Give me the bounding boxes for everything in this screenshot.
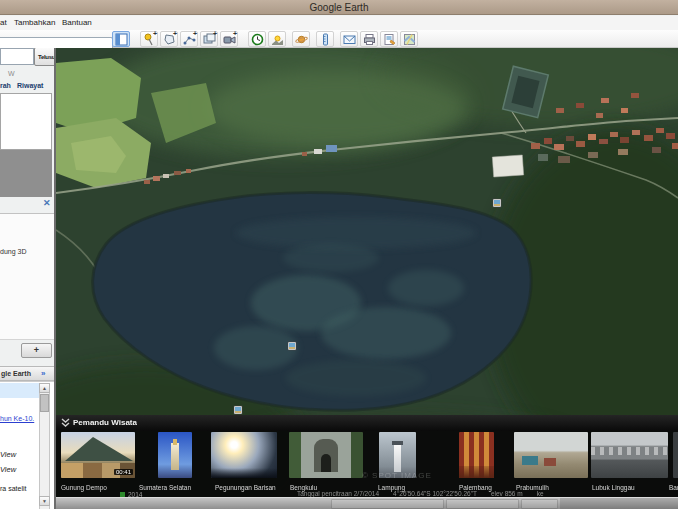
toggle-sidebar-button[interactable]	[112, 31, 130, 47]
taskbar-button[interactable]	[446, 499, 519, 509]
tour-label: Sumatera Selatan	[139, 484, 191, 491]
search-input[interactable]	[0, 48, 34, 65]
email-button[interactable]	[340, 31, 358, 47]
google-earth-window: Google Earth at Tambahkan Bantuan + +	[0, 0, 678, 509]
explore-link-streetview-fragment[interactable]: View	[0, 450, 16, 459]
switch-planet-button[interactable]	[292, 31, 310, 47]
explore-selected-row[interactable]	[0, 383, 39, 398]
layer-item-3d-buildings-fragment[interactable]: dung 3D	[0, 248, 26, 255]
photo-icon	[493, 199, 501, 207]
explore-link-anniversary-fragment[interactable]: hun Ke-10.	[0, 415, 34, 422]
collapse-chevrons-icon	[61, 418, 70, 428]
layers-panel	[0, 214, 56, 340]
tour-label: Lubuk Linggau	[592, 484, 635, 491]
duration-badge: 00:41	[114, 469, 133, 475]
add-content-button[interactable]: +	[21, 343, 52, 358]
imagery-date: Tanggal pencitraan 2/7/2014	[297, 490, 379, 497]
windows-taskbar[interactable]	[56, 497, 678, 509]
history-link[interactable]: Riwayat	[17, 82, 43, 89]
window-title: Google Earth	[310, 2, 369, 13]
add-polygon-button[interactable]: +	[160, 31, 178, 47]
eye-altitude-fragment: ke	[537, 490, 544, 497]
saturn-icon	[295, 33, 308, 46]
tour-label: Gunung Dempo	[61, 484, 107, 491]
menu-item-lihat-fragment[interactable]: at	[0, 18, 7, 27]
tour-thumbnail-partial[interactable]	[673, 432, 678, 478]
elevation: elev 856 m	[491, 490, 523, 497]
save-image-button[interactable]	[380, 31, 398, 47]
search-button[interactable]: Telusuri	[34, 48, 56, 66]
ruler-button[interactable]	[316, 31, 334, 47]
scroll-up-icon[interactable]: ▲	[39, 383, 50, 393]
get-directions-link-fragment[interactable]: rah	[0, 82, 11, 89]
sun-icon	[271, 33, 284, 46]
tour-label: Ban	[669, 484, 678, 491]
title-bar[interactable]: Google Earth	[0, 0, 678, 15]
tour-guide-title: Pemandu Wisata	[73, 418, 137, 427]
status-bar: Tanggal pencitraan 2/7/2014 4°26'50.64"S…	[297, 490, 544, 497]
toolbar: + + + + +	[0, 30, 678, 48]
tour-thumbnail-pegunungan-barisan[interactable]	[211, 432, 277, 478]
explore-banner[interactable]: gle Earth »	[0, 366, 56, 381]
historical-imagery-button[interactable]	[248, 31, 266, 47]
tour-guide-header[interactable]: Pemandu Wisata	[56, 415, 678, 431]
spot-image-watermark: © SPOT IMAGE	[362, 471, 432, 480]
explore-link-satellite-fragment[interactable]: ra satelit	[0, 485, 26, 492]
clock-icon	[251, 33, 264, 46]
view-in-google-maps-button[interactable]	[400, 31, 418, 47]
record-tour-button[interactable]: +	[220, 31, 238, 47]
tour-thumbnail-palembang[interactable]	[459, 432, 494, 478]
scroll-down-icon[interactable]: ▼	[39, 496, 50, 506]
chevron-right-icon: »	[41, 369, 45, 378]
add-path-button[interactable]: +	[180, 31, 198, 47]
pointer-coordinates: 4°26'50.64"S 102°22'50.26"T	[393, 490, 477, 497]
taskbar-button[interactable]	[331, 499, 444, 509]
sidebar: Telusuri W rah Riwayat ✕ dung 3D + gle E…	[0, 48, 56, 509]
sidebar-icon	[115, 33, 128, 46]
print-button[interactable]	[360, 31, 378, 47]
menu-item-bantuan[interactable]: Bantuan	[62, 18, 92, 27]
taskbar-button[interactable]	[521, 499, 558, 509]
menu-item-tambahkan[interactable]: Tambahkan	[14, 18, 55, 27]
menu-bar: at Tambahkan Bantuan	[0, 16, 678, 30]
ruler-icon	[319, 33, 332, 46]
add-image-overlay-button[interactable]: +	[200, 31, 218, 47]
printer-icon	[363, 33, 376, 46]
add-placemark-button[interactable]: +	[140, 31, 158, 47]
scrollbar-thumb[interactable]	[40, 394, 49, 412]
photo-icon	[234, 406, 242, 414]
explore-link-streetview2-fragment[interactable]: View	[0, 465, 16, 474]
google-maps-icon	[403, 33, 416, 46]
tour-thumbnail-gunung-dempo[interactable]: 00:41	[61, 432, 135, 478]
close-results-icon[interactable]: ✕	[43, 198, 51, 208]
save-image-icon	[383, 33, 396, 46]
search-results-footer	[0, 150, 52, 197]
photo-icon	[288, 342, 296, 350]
tour-thumbnail-sumatera-selatan[interactable]	[158, 432, 192, 478]
search-results-list[interactable]	[0, 93, 52, 150]
tour-thumbnail-lubuk-linggau[interactable]	[591, 432, 668, 478]
tour-thumbnail-prabumulih[interactable]	[514, 432, 588, 478]
envelope-icon	[343, 33, 356, 46]
tour-guide-panel: Pemandu Wisata 00:41 Gunung Dempo Sumate…	[56, 415, 678, 497]
tour-label: Pegunungan Barisan	[215, 484, 276, 491]
taskbar-tray	[560, 498, 678, 509]
tour-thumbnail-bengkulu[interactable]	[289, 432, 363, 478]
sunlight-button[interactable]	[268, 31, 286, 47]
explore-banner-title-fragment: gle Earth	[1, 370, 31, 377]
search-hint-fragment: W	[8, 70, 15, 77]
